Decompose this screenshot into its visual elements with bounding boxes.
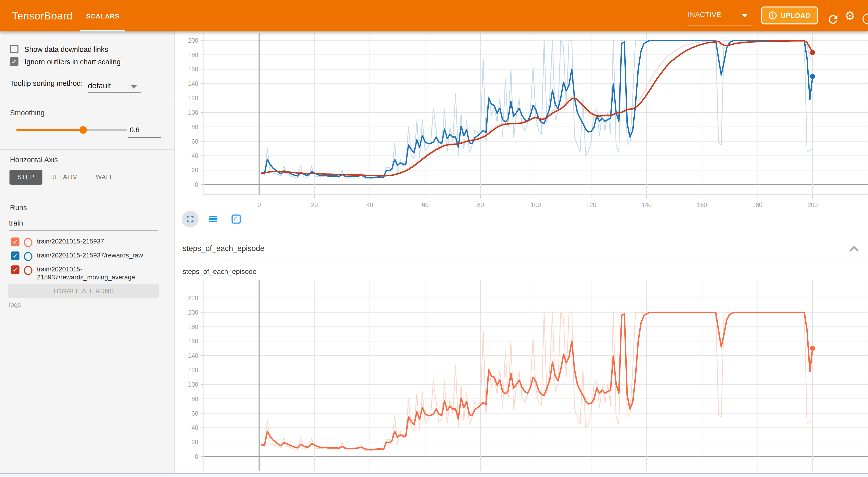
x-tick-label: 100 <box>531 201 541 208</box>
toggle-all-runs-button[interactable]: TOGGLE ALL RUNS <box>8 284 159 298</box>
runs-label: Runs <box>10 203 27 212</box>
run-checkbox[interactable]: ✓ <box>11 252 20 260</box>
divider <box>0 149 175 150</box>
tooltip-sorting-dropdown[interactable]: default <box>88 81 111 90</box>
status-dropdown[interactable]: INACTIVE <box>688 6 753 26</box>
y-tick-label: 120 <box>188 367 198 374</box>
smoothing-label: Smoothing <box>10 109 45 117</box>
y-tick-label: 100 <box>188 381 198 388</box>
info-icon: i <box>769 11 777 20</box>
tab-scalars[interactable]: SCALARS <box>80 0 125 31</box>
sidebar: Show data download links ✓ Ignore outlie… <box>0 31 175 473</box>
axis-mode-step-button[interactable]: STEP <box>9 170 42 185</box>
series-steps-unsmoothed-line <box>262 312 813 451</box>
divider <box>0 195 175 195</box>
y-tick-label: 140 <box>188 352 198 359</box>
series-rewards_moving_average-smoothed-end-dot <box>810 50 815 55</box>
x-tick-label: 0 <box>257 201 261 208</box>
smoothing-value[interactable]: 0.6 <box>130 126 140 134</box>
y-tick-label: 140 <box>188 80 198 87</box>
section-title: steps_of_each_episode <box>183 244 265 253</box>
runs-filter-underline <box>9 230 158 230</box>
y-tick-label: 80 <box>191 395 198 403</box>
run-label: train/20201015-215937 <box>37 237 159 245</box>
x-tick-label: 60 <box>422 201 429 208</box>
chevron-down-icon <box>742 14 748 18</box>
y-tick-label: 160 <box>188 338 198 345</box>
ignore-outliers-checkbox[interactable]: ✓ <box>10 57 19 66</box>
x-tick-label: 180 <box>752 201 763 208</box>
bottom-scroll-strip[interactable] <box>0 473 868 477</box>
ignore-outliers-row: ✓ Ignore outliers in chart scaling <box>10 57 121 66</box>
series-steps-smoothed-end-dot <box>810 346 815 351</box>
gear-icon[interactable]: ⚙ <box>844 9 858 23</box>
fit-domain-icon[interactable] <box>227 211 245 227</box>
app-title: TensorBoard <box>12 0 73 31</box>
y-tick-label: 180 <box>188 323 198 330</box>
runs-filter-input[interactable]: train <box>9 219 23 227</box>
ignore-outliers-label: Ignore outliers in chart scaling <box>25 58 121 66</box>
chevron-up-icon[interactable] <box>849 245 859 254</box>
y-tick-label: 80 <box>191 124 198 130</box>
chart-toolbar <box>182 210 245 228</box>
x-tick-label: 140 <box>641 201 652 208</box>
series-rewards_raw-smoothed-end-dot <box>810 74 815 79</box>
logs-label: logs <box>9 301 21 308</box>
series-rewards_raw-smoothed-line <box>262 40 813 178</box>
series-rewards_raw-unsmoothed-line <box>262 40 813 179</box>
refresh-icon[interactable] <box>827 13 840 26</box>
y-tick-label: 120 <box>188 95 198 101</box>
chevron-down-icon[interactable] <box>131 85 137 89</box>
run-color-circle[interactable] <box>24 252 32 261</box>
smoothing-value-underline <box>128 137 161 138</box>
y-tick-label: 20 <box>191 167 198 173</box>
divider <box>0 103 175 103</box>
log-scale-icon[interactable] <box>205 211 222 227</box>
app-header: TensorBoard SCALARS INACTIVE i UPLOAD ⚙ <box>0 0 868 31</box>
upload-button-label: UPLOAD <box>781 12 811 19</box>
steps-of-each-episode-chart[interactable]: 020406080100120140160180200220 <box>175 279 868 473</box>
y-tick-label: 0 <box>195 453 198 460</box>
chart-card-title: steps_of_each_episode <box>183 267 256 276</box>
y-tick-label: 160 <box>188 66 198 73</box>
help-icon[interactable] <box>863 13 868 25</box>
run-row: ✓ train/20201015-215937/rewards_moving_a… <box>11 265 161 281</box>
show-download-links-row: Show data download links <box>10 45 108 53</box>
y-tick-label: 60 <box>191 138 198 145</box>
run-color-circle[interactable] <box>24 238 32 247</box>
run-checkbox[interactable]: ✓ <box>11 265 20 274</box>
tab-active-indicator <box>80 30 125 31</box>
y-tick-label: 220 <box>188 294 198 301</box>
smoothing-slider-knob[interactable] <box>80 126 87 134</box>
smoothing-slider[interactable] <box>17 129 127 131</box>
tooltip-sorting-underline <box>88 92 141 93</box>
show-download-links-checkbox[interactable] <box>10 45 19 53</box>
main-content: 0204060801001201401601802000204060801001… <box>175 31 868 473</box>
run-row: ✓ train/20201015-215937/rewards_raw <box>11 252 161 261</box>
x-tick-label: 40 <box>366 201 373 208</box>
y-tick-label: 200 <box>188 309 198 316</box>
expand-icon[interactable] <box>182 211 199 227</box>
section-header-steps-of-each-episode[interactable]: steps_of_each_episode <box>175 237 868 260</box>
horizontal-axis-label: Horizontal Axis <box>10 156 58 164</box>
status-dropdown-value: INACTIVE <box>688 10 721 19</box>
status-dropdown-underline <box>688 25 753 26</box>
y-tick-label: 40 <box>191 152 198 159</box>
tensorboard-app: TensorBoard SCALARS INACTIVE i UPLOAD ⚙ … <box>0 0 868 477</box>
y-tick-label: 0 <box>195 181 198 188</box>
series-steps-smoothed-line <box>262 312 813 450</box>
y-tick-label: 20 <box>191 439 198 446</box>
x-tick-label: 80 <box>477 201 484 208</box>
run-row: ✓ train/20201015-215937 <box>11 237 161 247</box>
run-label: train/20201015-215937/rewards_moving_ave… <box>37 265 159 281</box>
x-tick-label: 20 <box>311 201 318 208</box>
x-tick-label: 200 <box>808 201 818 208</box>
y-tick-label: 60 <box>191 410 198 417</box>
axis-mode-wall-button[interactable]: WALL <box>91 170 118 185</box>
x-tick-label: 120 <box>586 201 596 208</box>
rewards-chart[interactable]: 0204060801001201401601802000204060801001… <box>175 31 868 237</box>
run-color-circle[interactable] <box>24 266 32 275</box>
upload-button[interactable]: i UPLOAD <box>761 6 818 25</box>
axis-mode-relative-button[interactable]: RELATIVE <box>49 170 83 185</box>
run-checkbox[interactable]: ✓ <box>11 237 20 246</box>
